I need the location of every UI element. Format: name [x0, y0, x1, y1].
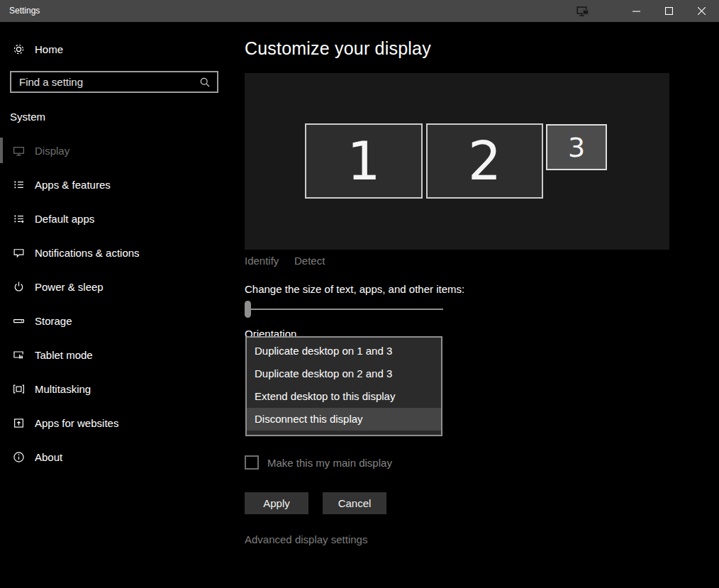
dropdown-option-duplicate-2-3[interactable]: Duplicate desktop on 2 and 3 — [247, 362, 441, 385]
sidebar-item-label: Multitasking — [35, 383, 91, 395]
monitor-number: 3 — [568, 132, 585, 163]
search-input[interactable] — [11, 76, 199, 88]
sidebar-item-apps-for-websites[interactable]: Apps for websites — [0, 406, 234, 440]
dropdown-option-disconnect[interactable]: Disconnect this display — [247, 408, 441, 431]
titlebar: Settings — [0, 0, 719, 22]
monitor-1[interactable]: 1 — [305, 123, 423, 199]
display-mode-dropdown: Duplicate desktop on 1 and 3 Duplicate d… — [245, 336, 442, 436]
sidebar-item-storage[interactable]: Storage — [0, 304, 234, 338]
sidebar-item-label: Storage — [35, 315, 72, 327]
maximize-button[interactable] — [652, 0, 685, 22]
sidebar-item-label: Apps & features — [35, 179, 111, 191]
about-icon — [13, 451, 25, 463]
sidebar-item-apps-features[interactable]: Apps & features — [0, 167, 234, 201]
notifications-icon — [13, 247, 25, 259]
sidebar-item-label: Display — [35, 145, 69, 157]
sidebar-item-display[interactable]: Display — [0, 133, 234, 167]
monitor-number: 2 — [468, 131, 501, 192]
project-display-icon — [576, 5, 590, 18]
tablet-mode-icon — [13, 349, 25, 361]
sidebar-item-label: Apps for websites — [35, 417, 118, 429]
sidebar-item-tablet-mode[interactable]: Tablet mode — [0, 338, 234, 372]
sidebar-section-system: System — [10, 111, 45, 123]
close-button[interactable] — [685, 0, 718, 22]
gear-icon — [13, 43, 25, 55]
home-label: Home — [35, 43, 63, 55]
close-icon — [698, 7, 706, 15]
settings-window: Settings Home System — [0, 0, 719, 588]
main-display-checkbox-row: Make this my main display — [245, 455, 392, 470]
search-icon — [199, 77, 211, 88]
sidebar-item-label: Default apps — [35, 213, 94, 225]
sidebar-item-notifications[interactable]: Notifications & actions — [0, 235, 234, 270]
sidebar-item-default-apps[interactable]: Default apps — [0, 201, 234, 235]
monitor-number: 1 — [347, 131, 380, 192]
main-display-checkbox[interactable] — [245, 455, 259, 470]
main-display-checkbox-label: Make this my main display — [267, 457, 392, 469]
advanced-display-settings-link[interactable]: Advanced display settings — [245, 533, 367, 545]
page-title: Customize your display — [245, 38, 431, 59]
maximize-icon — [665, 7, 673, 15]
sidebar-item-multitasking[interactable]: Multitasking — [0, 372, 234, 406]
sidebar-item-label: Notifications & actions — [35, 247, 140, 259]
dropdown-option-extend[interactable]: Extend desktop to this display — [247, 385, 441, 408]
sidebar-item-about[interactable]: About — [0, 440, 234, 474]
scale-slider-track[interactable] — [245, 309, 443, 310]
sidebar-item-label: Power & sleep — [35, 281, 104, 293]
multitasking-icon — [13, 383, 25, 395]
scale-slider-thumb[interactable] — [245, 301, 251, 318]
identify-link[interactable]: Identify — [245, 255, 279, 267]
window-title: Settings — [9, 6, 40, 16]
apps-features-icon — [13, 179, 25, 191]
sidebar-item-label: About — [35, 451, 62, 463]
selected-indicator — [0, 138, 3, 163]
storage-icon — [13, 315, 25, 327]
sidebar-item-home[interactable]: Home — [0, 32, 234, 66]
display-icon — [13, 145, 25, 157]
monitor-3-selected[interactable]: 3 — [546, 124, 607, 170]
cancel-button[interactable]: Cancel — [323, 492, 386, 514]
minimize-button[interactable] — [620, 0, 652, 22]
monitor-arrangement-panel: 1 2 3 — [245, 73, 669, 250]
default-apps-icon — [13, 213, 25, 225]
dropdown-option-duplicate-1-3[interactable]: Duplicate desktop on 1 and 3 — [247, 340, 441, 362]
scale-slider-label: Change the size of text, apps, and other… — [245, 283, 464, 295]
apps-websites-icon — [13, 417, 25, 429]
apply-button[interactable]: Apply — [245, 492, 308, 514]
detect-link[interactable]: Detect — [294, 255, 325, 267]
power-icon — [13, 281, 25, 293]
sidebar-item-power-sleep[interactable]: Power & sleep — [0, 270, 234, 304]
minimize-icon — [632, 7, 640, 15]
search-box[interactable] — [10, 71, 218, 93]
sidebar-item-label: Tablet mode — [35, 349, 93, 361]
monitor-2[interactable]: 2 — [426, 123, 543, 199]
